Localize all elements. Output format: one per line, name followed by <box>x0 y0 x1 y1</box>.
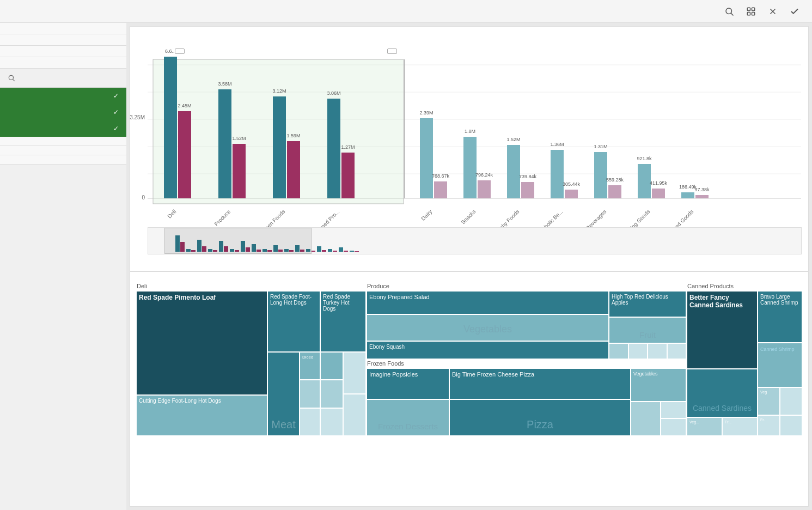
tm-frozen-veg[interactable]: Vegetables <box>631 369 686 401</box>
tm-ps3[interactable] <box>648 344 667 359</box>
svg-text:768.67k: 768.67k <box>432 173 450 179</box>
svg-text:Dairy: Dairy <box>420 209 433 222</box>
settings-icon[interactable] <box>742 3 760 20</box>
sidebar: ✓ ✓ ✓ <box>0 23 126 510</box>
produce-section-label: Produce <box>367 283 686 289</box>
tm-cs2[interactable]: Fr... <box>723 418 757 435</box>
tm-ds2[interactable] <box>300 380 320 407</box>
svg-text:1.52M: 1.52M <box>232 136 246 141</box>
tm-ps1[interactable] <box>609 344 628 359</box>
region-header <box>0 69 126 88</box>
minimap[interactable] <box>148 227 802 254</box>
svg-rect-34 <box>341 153 355 198</box>
region-germany[interactable]: ✓ <box>0 88 126 104</box>
filter-year[interactable] <box>0 23 126 34</box>
tm-imagine-popsicles[interactable]: Imagine Popsicles <box>367 369 449 399</box>
bar-chart-svg: 3.25M 0 6.6... 2.45M 3.58M <box>148 38 802 223</box>
chart-panel: 3.25M 0 6.6... 2.45M 3.58M <box>130 26 809 271</box>
svg-rect-24 <box>218 89 231 198</box>
check-icon[interactable] <box>786 3 803 20</box>
close-icon[interactable] <box>764 3 782 20</box>
tm-red-spade-pimento2[interactable]: Red Spade Pimento Loaf <box>137 292 267 394</box>
svg-text:3.06M: 3.06M <box>327 90 340 96</box>
tm-ebony-salad2[interactable]: Ebony Prepared Salad <box>367 292 608 314</box>
svg-rect-60 <box>681 192 694 198</box>
svg-rect-38 <box>434 181 447 198</box>
tm-footlong2[interactable]: Red Spade Foot-Long Hot Dogs <box>268 292 320 351</box>
tm-high-top2[interactable]: High Top Red Delicious Apples <box>609 292 686 317</box>
tm-cs6[interactable] <box>780 416 802 435</box>
region-uk[interactable] <box>0 146 126 155</box>
tm-better-sardines2[interactable]: Better Fancy Canned Sardines <box>687 292 757 368</box>
tm-frozen-desserts[interactable]: Frozen Desserts <box>367 400 449 435</box>
filter-week[interactable] <box>0 57 126 69</box>
tm-ds8[interactable] <box>344 394 365 435</box>
tm-ps2[interactable] <box>629 344 648 359</box>
y-axis-label <box>137 38 148 252</box>
svg-text:1.52M: 1.52M <box>506 137 520 142</box>
tm-ebony-squash2[interactable]: Ebony Squash <box>367 342 608 359</box>
tm-ds5[interactable] <box>321 380 343 407</box>
tm-fz3[interactable] <box>661 419 686 435</box>
tm-bravo-shrimp2[interactable]: Bravo Large Canned Shrimp <box>758 292 802 342</box>
svg-text:Deli: Deli <box>166 209 177 220</box>
produce-wrapper: Produce Ebony Prepared Salad Vegetables … <box>367 283 686 359</box>
tm-cs3[interactable]: Veg <box>758 388 779 415</box>
svg-text:2.45M: 2.45M <box>178 103 191 108</box>
svg-text:305.44k: 305.44k <box>563 181 581 187</box>
tm-turkey2[interactable]: Red Spade Turkey Hot Dogs <box>321 292 365 351</box>
svg-rect-30 <box>287 141 300 198</box>
tm-pizza-bg[interactable]: Pizza <box>450 400 630 435</box>
svg-rect-40 <box>463 137 477 198</box>
tm-cs1[interactable]: Veg... <box>687 418 722 435</box>
svg-point-0 <box>726 8 732 14</box>
tm-canned-shrimp2[interactable]: Canned Shrimp <box>758 343 802 386</box>
svg-rect-20 <box>164 57 177 198</box>
tm-vegetables2[interactable]: Vegetables <box>367 315 608 341</box>
svg-rect-44 <box>507 145 520 198</box>
svg-text:97.38k: 97.38k <box>694 187 710 192</box>
region-nordic[interactable]: ✓ <box>0 120 126 137</box>
svg-line-1 <box>731 13 733 15</box>
region-usa[interactable] <box>0 155 126 165</box>
filter-quarter[interactable] <box>0 34 126 46</box>
tm-canned-sardines2[interactable]: Canned Sardines <box>687 369 757 417</box>
tm-cs5[interactable]: Fr. <box>758 416 779 435</box>
svg-text:411.95k: 411.95k <box>650 180 668 186</box>
tm-cutting-edge2[interactable]: Cutting Edge Foot-Long Hot Dogs <box>137 396 267 435</box>
tm-ds3[interactable] <box>300 409 320 435</box>
tm-cs4[interactable] <box>780 388 802 415</box>
check-japan: ✓ <box>113 108 119 116</box>
svg-rect-36 <box>420 118 433 198</box>
tm-diced2[interactable]: Diced <box>300 353 320 379</box>
svg-rect-32 <box>327 99 340 198</box>
svg-rect-46 <box>521 182 534 198</box>
tm-ds6[interactable] <box>321 409 343 435</box>
svg-rect-52 <box>594 152 607 198</box>
tm-meat2[interactable]: Meat <box>268 353 299 435</box>
region-spain[interactable] <box>0 137 126 146</box>
tm-ds4[interactable] <box>321 353 343 379</box>
minimap-handle[interactable] <box>164 228 312 254</box>
frozen-section-label: Frozen Foods <box>367 360 686 367</box>
region-japan[interactable]: ✓ <box>0 104 126 120</box>
svg-text:1.59M: 1.59M <box>286 133 300 138</box>
svg-rect-3 <box>752 8 755 10</box>
tm-ds7[interactable] <box>344 353 365 393</box>
filter-month[interactable] <box>0 46 126 57</box>
canned-section-label2: Canned Products <box>687 283 802 289</box>
svg-text:2.39M: 2.39M <box>419 110 433 116</box>
tm-big-time-pizza[interactable]: Big Time Frozen Cheese Pizza <box>450 369 630 399</box>
treemap-panel: Deli Red Spade Pimento Loaf Cutting Edge… <box>130 271 809 507</box>
tm-fz2[interactable] <box>661 402 686 418</box>
tm-ps4[interactable] <box>668 344 686 359</box>
tm-fruit2[interactable]: Fruit <box>609 318 686 343</box>
svg-rect-28 <box>273 96 286 198</box>
svg-text:796.24k: 796.24k <box>475 172 493 178</box>
tm-fz1[interactable] <box>631 402 660 435</box>
deli-section-label: Deli <box>137 283 365 289</box>
search-icon[interactable] <box>721 3 738 20</box>
svg-text:1.36M: 1.36M <box>550 142 564 147</box>
svg-text:6.6...: 6.6... <box>165 48 176 54</box>
svg-point-8 <box>9 75 13 80</box>
